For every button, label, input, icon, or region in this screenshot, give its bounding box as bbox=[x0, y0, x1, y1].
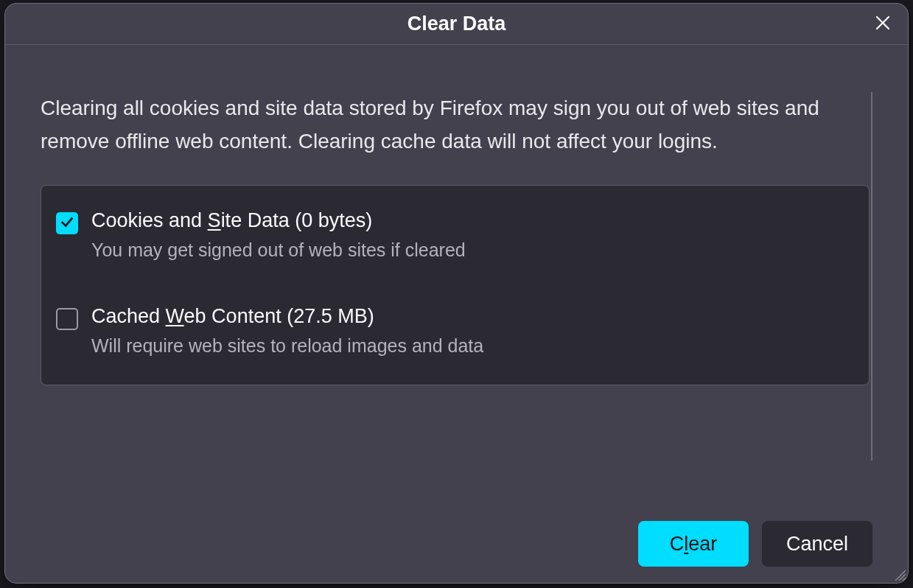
cache-description: Will require web sites to reload images … bbox=[91, 335, 483, 357]
clear-button[interactable]: Clear bbox=[638, 521, 749, 567]
dialog-footer: Clear Cancel bbox=[638, 521, 872, 567]
cookies-label[interactable]: Cookies and Site Data (0 bytes) bbox=[91, 209, 466, 232]
cancel-button[interactable]: Cancel bbox=[762, 521, 872, 567]
cookies-checkbox[interactable] bbox=[56, 212, 78, 234]
resize-grip[interactable] bbox=[892, 567, 906, 581]
option-cache: Cached Web Content (27.5 MB) Will requir… bbox=[56, 299, 854, 363]
options-panel: Cookies and Site Data (0 bytes) You may … bbox=[41, 185, 870, 385]
option-cache-text: Cached Web Content (27.5 MB) Will requir… bbox=[91, 305, 483, 357]
close-icon bbox=[874, 14, 892, 34]
dialog-title: Clear Data bbox=[407, 13, 506, 35]
intro-text: Clearing all cookies and site data store… bbox=[41, 92, 851, 158]
svg-line-3 bbox=[899, 574, 906, 581]
check-icon bbox=[59, 214, 75, 233]
cookies-description: You may get signed out of web sites if c… bbox=[91, 239, 466, 261]
dialog-body: Clearing all cookies and site data store… bbox=[5, 45, 908, 583]
clear-data-dialog: Clear Data Clearing all cookies and site… bbox=[4, 3, 909, 584]
dialog-titlebar: Clear Data bbox=[5, 4, 908, 45]
scrollbar[interactable] bbox=[871, 92, 872, 461]
cache-label[interactable]: Cached Web Content (27.5 MB) bbox=[91, 305, 483, 328]
option-cookies-text: Cookies and Site Data (0 bytes) You may … bbox=[91, 209, 466, 261]
close-button[interactable] bbox=[871, 13, 895, 36]
cache-checkbox[interactable] bbox=[56, 308, 78, 330]
option-cookies: Cookies and Site Data (0 bytes) You may … bbox=[56, 203, 854, 267]
svg-line-4 bbox=[903, 578, 906, 581]
